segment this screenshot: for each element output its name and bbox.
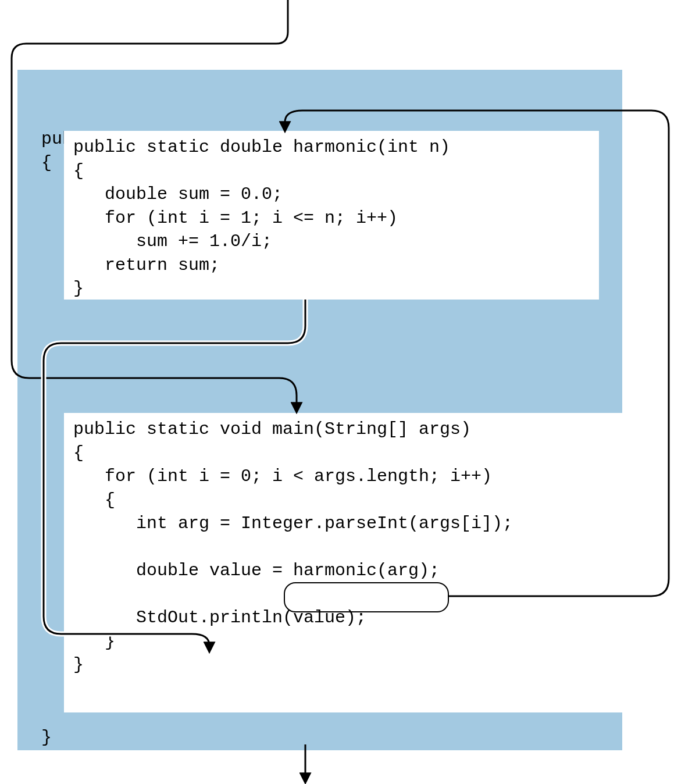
harmonic-method-box: public static double harmonic(int n) { d…	[64, 131, 599, 300]
main-method-box: public static void main(String[] args) {…	[64, 413, 622, 712]
class-close-brace: }	[32, 721, 61, 754]
harmonic-method-code: public static double harmonic(int n) { d…	[64, 131, 599, 305]
main-method-code: public static void main(String[] args) {…	[64, 413, 622, 682]
diagram-stage: public class Harmonic { public static do…	[0, 0, 699, 784]
harmonic-call-highlight	[284, 582, 449, 612]
